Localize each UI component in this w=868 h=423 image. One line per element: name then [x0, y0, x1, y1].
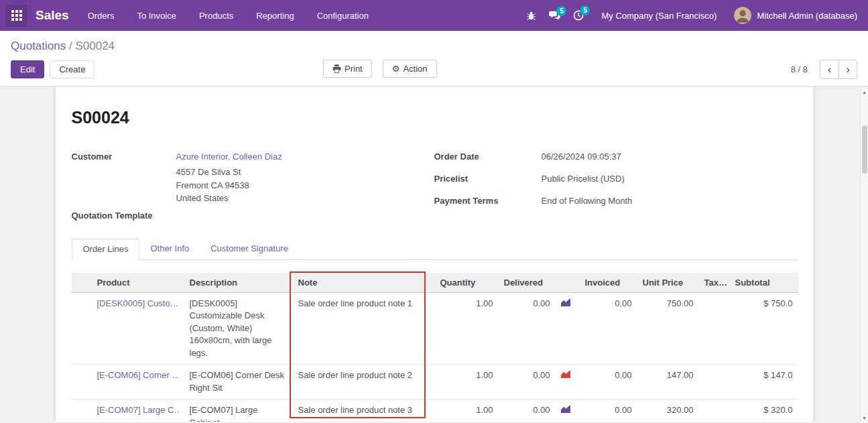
- taxes-cell: [699, 365, 730, 400]
- handle-column-header: [72, 273, 92, 293]
- row-handle-cell: [72, 365, 92, 400]
- menu-reporting[interactable]: Reporting: [256, 11, 294, 21]
- product-link[interactable]: [DESK0005] Custo…: [97, 298, 179, 310]
- unit-price-cell: 147.00: [637, 365, 699, 400]
- description-cell: [E-COM07] Large Cabinet: [184, 400, 293, 422]
- delivered-cell: 0.00: [499, 365, 556, 400]
- menu-products[interactable]: Products: [199, 11, 233, 21]
- order-line-row[interactable]: [DESK0005] Custo… [DESK0005] Customizabl…: [72, 292, 798, 365]
- quantity-cell: 1.00: [435, 400, 499, 422]
- pricelist-value: Public Pricelist (USD): [542, 172, 625, 186]
- company-switcher[interactable]: My Company (San Francisco): [601, 11, 717, 21]
- pager: 8 / 8 ‹ ›: [791, 60, 857, 79]
- subtotal-cell: $ 320.0: [730, 400, 798, 422]
- pricelist-label: Pricelist: [434, 172, 542, 186]
- taxes-cell: [699, 400, 730, 422]
- note-cell: Sale order line product note 2: [293, 365, 435, 400]
- print-button[interactable]: Print: [323, 60, 372, 78]
- invoiced-column-header[interactable]: Invoiced: [580, 273, 637, 293]
- debug-bug-icon[interactable]: [526, 11, 536, 21]
- customer-address: 4557 De Silva St Fremont CA 94538 United…: [176, 166, 434, 205]
- top-navbar: Sales Orders To Invoice Products Reporti…: [0, 0, 868, 31]
- apps-menu-button[interactable]: [5, 5, 27, 27]
- table-header-row: Product Description Note Quantity Delive…: [72, 273, 798, 293]
- order-date-value: 06/26/2024 09:05:37: [542, 150, 621, 164]
- note-cell: Sale order line product note 3: [293, 400, 435, 422]
- note-column-header[interactable]: Note: [293, 273, 435, 293]
- quantity-cell: 1.00: [435, 292, 499, 365]
- app-title[interactable]: Sales: [36, 8, 69, 23]
- quantity-cell: 1.00: [435, 365, 499, 400]
- avatar-image: [734, 7, 751, 24]
- taxes-column-header[interactable]: Tax…: [699, 273, 730, 293]
- description-column-header[interactable]: Description: [184, 273, 293, 293]
- product-column-header[interactable]: Product: [92, 273, 184, 293]
- breadcrumb-quotations-link[interactable]: Quotations: [11, 40, 66, 52]
- activities-badge: 5: [580, 5, 590, 15]
- create-button[interactable]: Create: [50, 60, 95, 78]
- control-panel: Quotations / S00024 Edit Create Print ⚙ …: [0, 31, 868, 86]
- content-area: S00024 Customer Azure Interior, Colleen …: [0, 86, 868, 422]
- pager-next-button[interactable]: ›: [839, 60, 857, 78]
- subtotal-cell: $ 147.0: [730, 365, 798, 400]
- delivered-column-header[interactable]: Delivered: [499, 273, 556, 293]
- action-button[interactable]: ⚙ Action: [383, 60, 437, 78]
- customer-label: Customer: [72, 150, 176, 164]
- menu-configuration[interactable]: Configuration: [317, 11, 369, 21]
- breadcrumb: Quotations / S00024: [0, 31, 868, 56]
- user-menu[interactable]: Mitchell Admin (database): [757, 11, 857, 21]
- note-cell: Sale order line product note 1: [293, 292, 435, 365]
- tab-other-info[interactable]: Other Info: [139, 239, 200, 259]
- scroll-down-arrow[interactable]: ▼: [861, 414, 868, 423]
- menu-to-invoice[interactable]: To Invoice: [137, 11, 176, 21]
- quotation-form-sheet: S00024 Customer Azure Interior, Colleen …: [56, 86, 813, 422]
- quantity-column-header[interactable]: Quantity: [435, 273, 499, 293]
- subtotal-column-header[interactable]: Subtotal: [730, 273, 798, 293]
- product-link[interactable]: [E-COM06] Corner …: [97, 369, 179, 382]
- breadcrumb-current: S00024: [75, 40, 115, 52]
- order-line-row[interactable]: [E-COM06] Corner … [E-COM06] Corner Desk…: [72, 365, 798, 400]
- tab-order-lines[interactable]: Order Lines: [72, 239, 140, 260]
- address-line-street: 4557 De Silva St: [176, 166, 434, 179]
- row-handle-cell: [72, 292, 92, 365]
- menu-orders[interactable]: Orders: [88, 11, 115, 21]
- messages-button[interactable]: 5: [549, 11, 560, 21]
- quotation-template-label: Quotation Template: [72, 209, 176, 223]
- left-field-column: Customer Azure Interior, Colleen Diaz 45…: [72, 150, 434, 223]
- order-date-label: Order Date: [434, 150, 542, 164]
- delivered-cell: 0.00: [499, 400, 556, 422]
- right-field-column: Order Date 06/26/2024 09:05:37 Pricelist…: [434, 150, 797, 223]
- forecast-chart-icon[interactable]: [561, 369, 570, 382]
- unit-price-column-header[interactable]: Unit Price: [637, 273, 699, 293]
- invoiced-cell: 0.00: [580, 365, 637, 400]
- tab-customer-signature[interactable]: Customer Signature: [200, 239, 299, 259]
- pager-previous-button[interactable]: ‹: [820, 60, 839, 78]
- payment-terms-value: End of Following Month: [542, 194, 633, 208]
- forecast-chart-icon[interactable]: [561, 404, 570, 417]
- row-handle-cell: [72, 400, 92, 422]
- taxes-cell: [699, 292, 730, 365]
- order-lines-table: Product Description Note Quantity Delive…: [72, 273, 798, 422]
- scroll-up-arrow[interactable]: ▲: [861, 88, 868, 97]
- field-area: Customer Azure Interior, Colleen Diaz 45…: [72, 150, 797, 223]
- edit-button[interactable]: Edit: [11, 60, 44, 78]
- forecast-chart-icon[interactable]: [561, 298, 570, 310]
- address-line-city: Fremont CA 94538: [176, 179, 434, 192]
- delivered-cell: 0.00: [499, 292, 556, 365]
- product-link[interactable]: [E-COM07] Large C…: [97, 404, 179, 417]
- forecast-column-header: [556, 273, 580, 293]
- scrollbar-thumb[interactable]: [862, 125, 867, 174]
- user-avatar[interactable]: [734, 7, 751, 24]
- customer-link[interactable]: Azure Interior, Colleen Diaz: [176, 152, 282, 162]
- unit-price-cell: 750.00: [637, 292, 699, 365]
- unit-price-cell: 320.00: [637, 400, 699, 422]
- chevron-left-icon: ‹: [828, 61, 832, 78]
- activities-button[interactable]: 5: [573, 10, 584, 21]
- description-cell: [E-COM06] Corner Desk Right Sit: [184, 365, 293, 400]
- vertical-scrollbar[interactable]: ▲ ▼: [860, 88, 868, 423]
- invoiced-cell: 0.00: [580, 292, 637, 365]
- record-actions: Print ⚙ Action: [323, 60, 437, 78]
- subtotal-cell: $ 750.0: [730, 292, 798, 365]
- order-line-row[interactable]: [E-COM07] Large C… [E-COM07] Large Cabin…: [72, 400, 798, 422]
- printer-icon: [332, 64, 341, 73]
